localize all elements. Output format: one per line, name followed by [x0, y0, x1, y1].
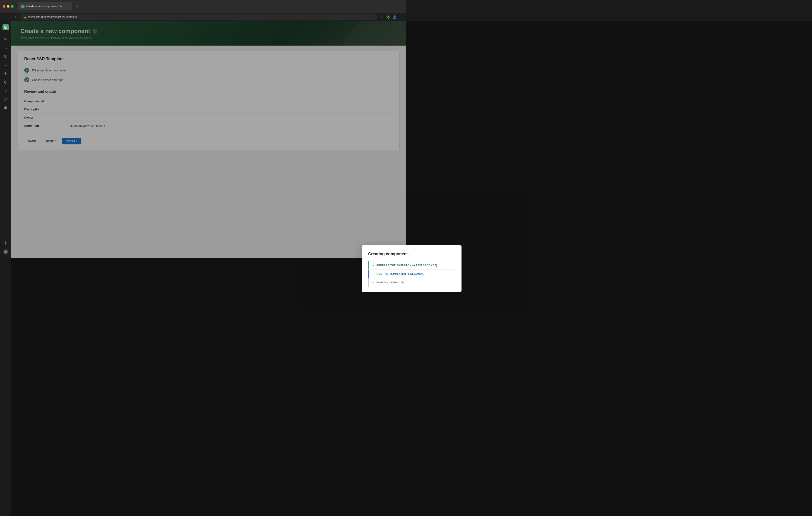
- new-tab-button[interactable]: +: [75, 4, 80, 9]
- search-sidebar-icon[interactable]: [2, 35, 9, 43]
- app-logo[interactable]: [2, 24, 9, 30]
- svg-marker-5: [5, 55, 6, 57]
- maximize-window-button[interactable]: [11, 5, 13, 8]
- modal-title: Creating component...: [368, 252, 406, 256]
- tab-close-button[interactable]: ×: [67, 5, 69, 8]
- bell-sidebar-icon[interactable]: [2, 104, 9, 112]
- url-text: localhost:3000/create/react-ssr-template: [28, 16, 77, 19]
- lock-icon: 🔒: [24, 16, 27, 19]
- creating-component-modal: Creating component... ⌄ PREPARE THE SKEL…: [362, 245, 406, 258]
- tab-title: Create a new component | Ba...: [26, 5, 64, 8]
- compass-sidebar-icon[interactable]: [2, 53, 9, 60]
- target-sidebar-icon[interactable]: [2, 78, 9, 86]
- theme-toggle-icon[interactable]: [2, 239, 9, 247]
- svg-point-1: [5, 27, 6, 28]
- svg-line-3: [6, 39, 7, 40]
- svg-point-11: [5, 242, 6, 244]
- modal-overlay: Creating component... ⌄ PREPARE THE SKEL…: [11, 21, 406, 258]
- nav-buttons: ← → ↻: [4, 15, 18, 19]
- sidebar-bottom: B: [2, 239, 9, 255]
- address-field[interactable]: 🔒 localhost:3000/create/react-ssr-templa…: [20, 14, 378, 20]
- list-sidebar-icon[interactable]: [2, 61, 9, 69]
- bookmark-icon[interactable]: ☆: [380, 15, 383, 19]
- menu-icon[interactable]: ⋮: [399, 15, 402, 19]
- address-bar-row: ← → ↻ 🔒 localhost:3000/create/react-ssr-…: [0, 13, 406, 21]
- browser-tab[interactable]: Create a new component | Ba... ×: [18, 2, 72, 10]
- browser-chrome: Create a new component | Ba... × +: [0, 0, 406, 13]
- home-sidebar-icon[interactable]: ⌂: [2, 44, 9, 51]
- forward-nav-button[interactable]: →: [9, 15, 13, 19]
- tab-favicon: [21, 5, 25, 8]
- svg-point-2: [4, 38, 6, 40]
- user-avatar-icon[interactable]: B: [2, 248, 9, 255]
- profile-icon[interactable]: 👤: [393, 15, 397, 19]
- browser-actions: ☆ 🧩 👤 ⋮: [380, 15, 402, 19]
- reload-button[interactable]: ↻: [14, 15, 18, 19]
- check-sidebar-icon[interactable]: [2, 87, 9, 94]
- app-container: ⌂ +: [0, 21, 406, 258]
- back-nav-button[interactable]: ←: [4, 15, 7, 19]
- sidebar: ⌂ +: [0, 21, 11, 258]
- traffic-lights: [3, 5, 13, 8]
- close-window-button[interactable]: [3, 5, 5, 8]
- svg-point-10: [5, 82, 6, 83]
- add-sidebar-icon[interactable]: +: [2, 70, 9, 77]
- extension-icon[interactable]: 🧩: [386, 15, 390, 19]
- minimize-window-button[interactable]: [7, 5, 9, 8]
- wrench-sidebar-icon[interactable]: [2, 96, 9, 103]
